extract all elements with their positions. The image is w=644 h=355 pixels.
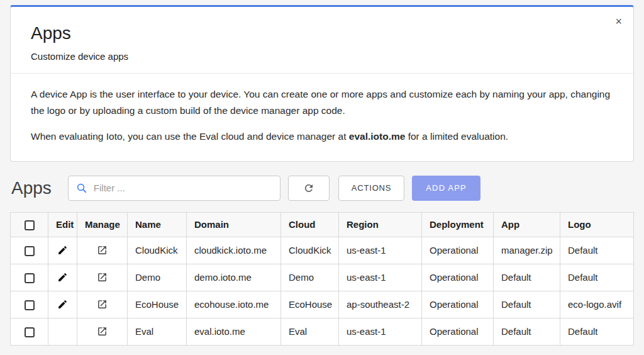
- row-select-cell: [11, 264, 48, 291]
- card-header: Apps Customize device apps: [11, 7, 633, 74]
- deployment-cell: Operational: [422, 264, 494, 291]
- row-checkbox[interactable]: [25, 300, 35, 310]
- app-cell: Default: [494, 264, 560, 291]
- domain-cell: eval.ioto.me: [187, 318, 281, 345]
- manage-cell: [77, 318, 128, 345]
- pencil-icon: [57, 299, 68, 310]
- app-cell: manager.zip: [494, 237, 560, 264]
- edit-cell: [48, 318, 77, 345]
- column-header-cloud: Cloud: [281, 212, 339, 237]
- close-icon[interactable]: ×: [615, 16, 622, 27]
- apps-info-card: × Apps Customize device apps A device Ap…: [10, 5, 634, 162]
- row-checkbox[interactable]: [25, 327, 35, 337]
- card-paragraph-2-prefix: When evaluating Ioto, you can use the Ev…: [31, 131, 349, 142]
- row-select-cell: [11, 237, 48, 264]
- logo-cell: Default: [560, 264, 634, 291]
- name-cell: EcoHouse: [128, 291, 187, 318]
- deployment-cell: Operational: [422, 237, 494, 264]
- page-title: Apps: [11, 178, 52, 198]
- filter-box: [68, 176, 280, 201]
- row-select-cell: [11, 318, 48, 345]
- app-cell: Default: [494, 291, 560, 318]
- domain-cell: cloudkick.ioto.me: [187, 237, 281, 264]
- card-paragraph-2: When evaluating Ioto, you can use the Ev…: [31, 128, 613, 145]
- apps-toolbar: Apps ACTIONS ADD APP: [11, 176, 634, 201]
- table-row: Demodemo.ioto.meDemous-east-1Operational…: [11, 264, 634, 291]
- region-cell: ap-southeast-2: [339, 291, 422, 318]
- pencil-icon: [57, 245, 68, 256]
- column-header-manage: Manage: [77, 212, 128, 237]
- card-paragraph-1: A device App is the user interface to yo…: [31, 86, 613, 118]
- open-in-new-icon: [97, 245, 108, 256]
- name-cell: Demo: [128, 264, 187, 291]
- column-header-name: Name: [128, 212, 187, 237]
- select-all-header-cell: [11, 212, 48, 237]
- column-header-domain: Domain: [187, 212, 281, 237]
- column-header-region: Region: [339, 212, 422, 237]
- domain-cell: ecohouse.ioto.me: [187, 291, 281, 318]
- logo-cell: eco-logo.avif: [560, 291, 634, 318]
- column-header-logo: Logo: [560, 212, 634, 237]
- actions-button[interactable]: ACTIONS: [338, 176, 404, 201]
- pencil-icon: [57, 272, 68, 283]
- row-select-cell: [11, 291, 48, 318]
- name-cell: Eval: [128, 318, 187, 345]
- edit-cell: [48, 237, 77, 264]
- card-subtitle: Customize device apps: [31, 51, 613, 62]
- logo-cell: Default: [560, 237, 634, 264]
- card-title: Apps: [31, 23, 613, 43]
- filter-input[interactable]: [94, 183, 274, 193]
- select-all-checkbox[interactable]: [25, 220, 35, 230]
- edit-button[interactable]: [56, 298, 69, 311]
- logo-cell: Default: [560, 318, 634, 345]
- row-checkbox[interactable]: [25, 246, 35, 256]
- card-body: A device App is the user interface to yo…: [11, 74, 633, 161]
- column-header-app: App: [494, 212, 560, 237]
- cloud-cell: Demo: [281, 264, 339, 291]
- edit-button[interactable]: [56, 244, 69, 257]
- manage-cell: [77, 291, 128, 318]
- manage-button[interactable]: [96, 244, 109, 257]
- open-in-new-icon: [97, 326, 108, 337]
- region-cell: us-east-1: [339, 264, 422, 291]
- eval-domain-text: eval.ioto.me: [349, 131, 406, 142]
- edit-button[interactable]: [56, 271, 69, 284]
- card-paragraph-2-suffix: for a limited evaluation.: [405, 131, 508, 142]
- edit-cell: [48, 264, 77, 291]
- edit-cell: [48, 291, 77, 318]
- search-icon: [76, 183, 87, 194]
- deployment-cell: Operational: [422, 318, 494, 345]
- column-header-deployment: Deployment: [422, 212, 494, 237]
- region-cell: us-east-1: [339, 318, 422, 345]
- table-row: EcoHouseecohouse.ioto.meEcoHouseap-south…: [11, 291, 634, 318]
- manage-button[interactable]: [96, 325, 109, 338]
- cloud-cell: Eval: [281, 318, 339, 345]
- manage-button[interactable]: [96, 271, 109, 284]
- region-cell: us-east-1: [339, 237, 422, 264]
- cloud-cell: EcoHouse: [281, 291, 339, 318]
- manage-cell: [77, 264, 128, 291]
- apps-table: EditManageNameDomainCloudRegionDeploymen…: [10, 212, 634, 346]
- open-in-new-icon: [97, 272, 108, 283]
- row-checkbox[interactable]: [25, 273, 35, 283]
- app-cell: Default: [494, 318, 560, 345]
- add-app-button[interactable]: ADD APP: [412, 176, 480, 201]
- table-row: Evaleval.ioto.meEvalus-east-1Operational…: [11, 318, 634, 345]
- table-row: CloudKickcloudkick.ioto.meCloudKickus-ea…: [11, 237, 634, 264]
- name-cell: CloudKick: [128, 237, 187, 264]
- manage-button[interactable]: [96, 298, 109, 311]
- column-header-edit: Edit: [48, 212, 77, 237]
- cloud-cell: CloudKick: [281, 237, 339, 264]
- manage-cell: [77, 237, 128, 264]
- table-header-row: EditManageNameDomainCloudRegionDeploymen…: [11, 212, 634, 237]
- deployment-cell: Operational: [422, 291, 494, 318]
- refresh-button[interactable]: [288, 176, 330, 201]
- refresh-icon: [303, 183, 314, 194]
- open-in-new-icon: [97, 299, 108, 310]
- domain-cell: demo.ioto.me: [187, 264, 281, 291]
